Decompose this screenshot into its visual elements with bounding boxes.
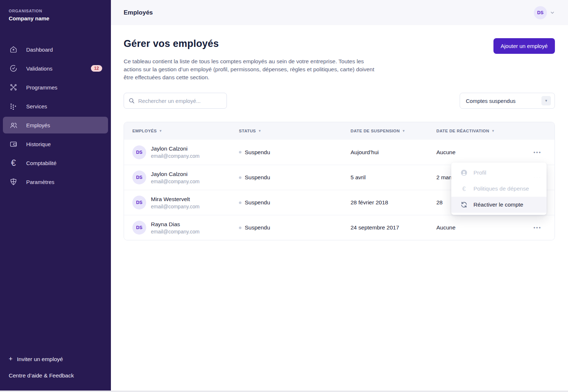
column-header-status[interactable]: Status▼ — [239, 129, 351, 133]
search-icon — [128, 97, 135, 104]
company-name: Company name — [9, 15, 102, 21]
table-header-row: Employés▼ Status▼ Date de suspension▼ Da… — [124, 122, 555, 140]
status-dot — [239, 151, 241, 153]
sidebar-footer: + Inviter un employé Centre d’aide & Fee… — [0, 355, 111, 392]
status-dot — [239, 176, 241, 179]
dots-grid-icon — [9, 101, 18, 111]
employee-avatar: DS — [132, 171, 146, 184]
employee-email: email@company.com — [151, 179, 200, 184]
reactivation-date: Aucune — [436, 149, 456, 155]
status-dot — [239, 201, 241, 204]
sort-caret-icon: ▼ — [258, 129, 261, 133]
sidebar-item-validations[interactable]: Validations 12 — [3, 60, 108, 77]
table-row[interactable]: DS Rayna Dias email@company.com Suspendu… — [124, 215, 555, 240]
status-label: Suspendu — [245, 149, 270, 156]
menu-item-label: Réactiver le compte — [473, 201, 523, 208]
suspension-date: Aujourd’hui — [351, 149, 379, 155]
employee-email: email@company.com — [151, 229, 200, 235]
menu-item-politiques-depense[interactable]: € Politiques de dépense — [451, 181, 547, 197]
column-header-employes[interactable]: Employés▼ — [124, 129, 239, 133]
invite-employee-link[interactable]: + Inviter un employé — [9, 355, 102, 363]
home-icon — [9, 45, 18, 54]
bottom-scrollbar-track[interactable] — [0, 391, 568, 392]
employee-name: Mira Westervelt — [151, 196, 200, 203]
filter-selected-value: Comptes suspendus — [466, 98, 516, 104]
employee-avatar: DS — [132, 221, 146, 235]
sidebar-nav: Dashboard Validations 12 Programmes — [0, 39, 111, 192]
employee-name: Rayna Dias — [151, 221, 200, 228]
chevron-down-icon — [550, 10, 555, 15]
plus-icon: + — [9, 355, 13, 363]
validations-count-badge: 12 — [91, 65, 102, 72]
page-title: Gérer vos employés — [124, 38, 378, 49]
column-header-date-reactivation[interactable]: Date de réactivation▼ — [436, 129, 522, 133]
sort-caret-icon: ▼ — [402, 129, 405, 133]
organisation-label: ORGANISATION — [9, 9, 102, 13]
sidebar-item-label: Validations — [26, 65, 52, 72]
shield-icon — [9, 177, 18, 187]
user-menu[interactable]: DS — [534, 6, 555, 19]
column-header-date-suspension[interactable]: Date de suspension▼ — [351, 129, 436, 133]
sidebar-item-label: Paramètres — [26, 179, 55, 185]
status-dot — [239, 227, 241, 229]
check-circle-icon — [9, 64, 18, 73]
status-label: Suspendu — [245, 199, 270, 206]
add-employee-button[interactable]: Ajouter un employé — [493, 38, 555, 54]
sidebar-item-label: Dashboard — [26, 47, 53, 53]
employee-avatar: DS — [132, 145, 146, 159]
help-feedback-link[interactable]: Centre d’aide & Feedback — [9, 372, 102, 379]
status-label: Suspendu — [245, 224, 270, 231]
euro-icon: € — [9, 158, 18, 168]
page-header: Gérer vos employés Ce tableau contient l… — [124, 38, 555, 81]
employee-name: Jaylon Calzoni — [151, 171, 200, 177]
row-actions-menu-button[interactable]: ●●● — [533, 226, 541, 229]
search-box[interactable] — [124, 93, 227, 109]
user-avatar[interactable]: DS — [534, 6, 547, 19]
row-context-menu: Profil € Politiques de dépense Réactiver… — [451, 163, 547, 215]
employee-avatar: DS — [132, 196, 146, 209]
filter-caret-icon[interactable]: ▼ — [541, 96, 551, 105]
menu-item-profil[interactable]: Profil — [451, 165, 547, 181]
reactivation-date: Aucune — [436, 224, 456, 231]
page-description: Ce tableau contient la liste de tous les… — [124, 57, 378, 81]
sidebar: ORGANISATION Company name Dashboard Vali… — [0, 0, 111, 392]
sidebar-item-label: Services — [26, 103, 47, 109]
euro-icon: € — [460, 186, 468, 192]
people-icon — [9, 120, 18, 130]
suspension-date: 28 février 2018 — [351, 199, 388, 205]
menu-item-reactiver-compte[interactable]: Réactiver le compte — [451, 197, 547, 213]
sidebar-item-label: Comptabilité — [26, 160, 56, 166]
sort-caret-icon: ▼ — [491, 129, 495, 133]
sidebar-item-label: Employés — [26, 122, 50, 128]
invite-employee-label: Inviter un employé — [17, 356, 63, 363]
employee-email: email@company.com — [151, 204, 200, 209]
topbar: Employés DS — [111, 0, 568, 25]
status-label: Suspendu — [245, 174, 270, 181]
sidebar-item-parametres[interactable]: Paramètres — [3, 173, 108, 190]
network-icon — [9, 83, 18, 92]
sidebar-item-employes[interactable]: Employés — [3, 117, 108, 133]
table-controls: Comptes suspendus ▼ — [124, 93, 555, 109]
sidebar-item-services[interactable]: Services — [3, 98, 108, 115]
sidebar-item-historique[interactable]: Historique — [3, 136, 108, 152]
reactivation-date: 28 — [436, 199, 443, 205]
account-filter-select[interactable]: Comptes suspendus ▼ — [460, 93, 555, 109]
menu-item-label: Politiques de dépense — [473, 185, 529, 192]
sidebar-item-programmes[interactable]: Programmes — [3, 79, 108, 96]
page-breadcrumb-title: Employés — [124, 9, 153, 16]
sidebar-item-comptabilite[interactable]: € Comptabilité — [3, 155, 108, 171]
sidebar-item-label: Historique — [26, 141, 51, 147]
sidebar-item-label: Programmes — [26, 84, 57, 91]
suspension-date: 5 avril — [351, 174, 365, 180]
suspension-date: 24 septembre 2017 — [351, 224, 399, 231]
user-circle-icon — [460, 169, 468, 176]
table-row[interactable]: DS Jaylon Calzoni email@company.com Susp… — [124, 140, 555, 165]
sidebar-item-dashboard[interactable]: Dashboard — [3, 41, 108, 58]
menu-item-label: Profil — [473, 169, 486, 176]
row-actions-menu-button[interactable]: ●●● — [533, 151, 541, 154]
employee-email: email@company.com — [151, 153, 200, 159]
refresh-icon — [460, 201, 468, 208]
search-input[interactable] — [138, 98, 222, 104]
sort-caret-icon: ▼ — [159, 129, 162, 133]
wallet-icon — [9, 139, 18, 149]
